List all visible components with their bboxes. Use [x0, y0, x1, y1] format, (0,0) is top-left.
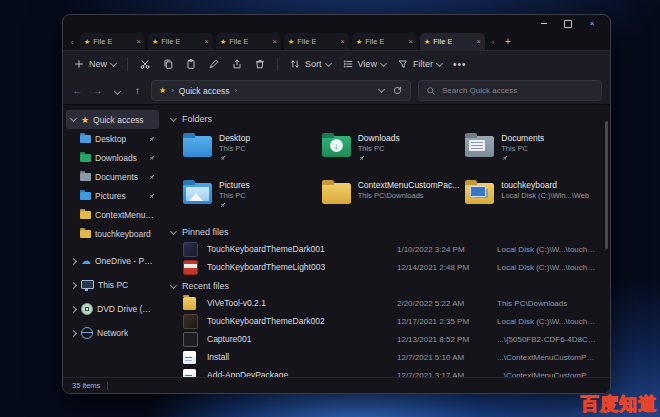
sidebar-label: DVD Drive (D:) CCCD [97, 304, 156, 314]
folder-tile-contextmenucustompac[interactable]: ContextMenuCustomPac... This PC\Download… [322, 176, 460, 221]
history-dropdown-button[interactable] [111, 86, 124, 96]
quick-access-star-icon: ★ [356, 38, 362, 45]
file-row-install[interactable]: Install 12/7/2021 5:10 AM ...\ContextMen… [183, 348, 598, 366]
tab-bar: ‹ ★ File E × ★ File E × ★ File E × ★ Fil… [63, 30, 610, 50]
copy-button[interactable] [162, 58, 174, 70]
sidebar-label: OneDrive - Personal [95, 256, 156, 266]
chevron-down-icon [380, 59, 387, 66]
filter-label: Filter [413, 60, 433, 69]
tab-close-icon[interactable]: × [341, 38, 345, 46]
tab-close-icon[interactable]: × [205, 38, 209, 46]
tile-name: Downloads [358, 133, 400, 143]
tab-scroll-right-button[interactable]: › [488, 38, 498, 50]
sidebar-item-pictures[interactable]: Pictures [66, 186, 159, 205]
copy-icon [162, 58, 174, 70]
folder-tile-desktop[interactable]: Desktop This PC [183, 129, 316, 174]
address-dropdown-icon[interactable] [378, 86, 385, 93]
filter-button[interactable]: Filter [397, 58, 442, 70]
minimize-button[interactable] [532, 18, 556, 29]
minimize-icon [541, 23, 547, 24]
vertical-scrollbar[interactable] [605, 121, 608, 249]
sidebar-item-onedrive[interactable]: ☁ OneDrive - Personal [66, 249, 159, 273]
up-button[interactable]: ↑ [131, 86, 144, 96]
chevron-down-icon [324, 59, 331, 66]
new-tab-button[interactable]: + [501, 36, 515, 50]
delete-button[interactable] [254, 58, 266, 70]
view-button[interactable]: View [342, 58, 386, 70]
tab-close-icon[interactable]: × [409, 38, 413, 46]
close-button[interactable]: × [580, 18, 604, 29]
new-button[interactable]: New [73, 58, 116, 70]
maximize-button[interactable] [556, 18, 580, 29]
sidebar-item-quick-access[interactable]: ★ Quick access [66, 110, 159, 129]
sidebar-item-contextmenucust[interactable]: ContextMenuCust... [66, 205, 159, 224]
chevron-down-icon [114, 87, 121, 94]
tab-6-active[interactable]: ★ File E × [420, 33, 485, 50]
folder-icon [80, 230, 91, 238]
file-path: ...\{5050FB2-CDF6-4D8C-A0B1-1... [497, 335, 598, 344]
search-box[interactable] [418, 80, 602, 101]
item-count: 35 items [72, 381, 100, 390]
sidebar-item-dvd-drive[interactable]: DVD Drive (D:) CCCD [66, 297, 159, 321]
tab-label: File E [365, 37, 384, 46]
tab-3[interactable]: ★ File E × [216, 33, 281, 50]
forward-button[interactable]: → [91, 86, 104, 96]
folder-with-files-icon [465, 183, 494, 204]
tab-scroll-left-button[interactable]: ‹ [67, 38, 77, 50]
baidu-zhidao-watermark: 百度知道 [581, 392, 657, 416]
search-input[interactable] [440, 85, 594, 96]
folder-tile-documents[interactable]: Documents This PC [465, 129, 598, 174]
folder-tile-pictures[interactable]: Pictures This PC [183, 176, 316, 221]
folder-tile-downloads[interactable]: Downloads This PC [322, 129, 460, 174]
rename-button[interactable] [208, 58, 220, 70]
chevron-right-icon [69, 257, 76, 264]
chevron-down-icon [170, 227, 177, 234]
sidebar-item-desktop[interactable]: Desktop [66, 129, 159, 148]
file-row-add-appdevpackage[interactable]: Add-AppDevPackage 12/7/2021 3:17 AM ...\… [183, 366, 598, 377]
pinned-files-section-header[interactable]: Pinned files [171, 224, 598, 240]
documents-folder-icon [465, 136, 494, 157]
cut-button[interactable] [139, 58, 151, 70]
tab-1[interactable]: ★ File E × [80, 33, 145, 50]
toolbar-separator [277, 58, 278, 71]
address-bar[interactable]: ★ › Quick access › [151, 80, 411, 101]
file-row-touchkeyboardthemedark001[interactable]: TouchKeyboardThemeDark001 1/10/2022 3:24… [183, 240, 598, 258]
quick-access-star-icon: ★ [81, 115, 89, 125]
tab-close-icon[interactable]: × [273, 38, 277, 46]
sort-button[interactable]: Sort [289, 58, 331, 70]
sidebar-item-touchkeyboard[interactable]: touchkeyboard [66, 224, 159, 243]
refresh-icon[interactable] [392, 85, 403, 96]
sidebar-item-documents[interactable]: Documents [66, 167, 159, 186]
tile-location: This PC [358, 144, 400, 153]
file-row-capture001[interactable]: Capture001 12/13/2021 8:52 PM ...\{5050F… [183, 330, 598, 348]
network-globe-icon [81, 327, 93, 339]
back-button[interactable]: ← [71, 86, 84, 96]
file-row-touchkeyboardthemelight003[interactable]: TouchKeyboardThemeLight003 12/14/2021 2:… [183, 258, 598, 276]
image-file-icon [183, 314, 198, 329]
tile-location: Local Disk (C:)\Win...\Web [501, 191, 589, 200]
sidebar-item-network[interactable]: Network [66, 321, 159, 345]
more-options-button[interactable]: ••• [453, 59, 467, 70]
paste-button[interactable] [185, 58, 197, 70]
folders-section-header[interactable]: Folders [171, 111, 598, 127]
share-button[interactable] [231, 58, 243, 70]
file-row-vivetool[interactable]: ViVeTool-v0.2.1 2/20/2022 5:22 AM This P… [183, 294, 598, 312]
breadcrumb-quick-access[interactable]: Quick access [179, 86, 230, 96]
tab-5[interactable]: ★ File E × [352, 33, 417, 50]
tab-close-icon[interactable]: × [137, 38, 141, 46]
scissors-icon [139, 58, 151, 70]
folder-tile-touchkeyboard[interactable]: touchkeyboard Local Disk (C:)\Win...\Web [465, 176, 598, 221]
recent-files-section-header[interactable]: Recent files [171, 278, 598, 294]
tab-2[interactable]: ★ File E × [148, 33, 213, 50]
quick-access-star-icon: ★ [152, 38, 158, 45]
tile-location: This PC [219, 144, 250, 153]
sidebar-label: Network [97, 328, 128, 338]
pin-icon [148, 173, 156, 181]
tab-4[interactable]: ★ File E × [284, 33, 349, 50]
sidebar-item-this-pc[interactable]: This PC [66, 273, 159, 297]
file-row-touchkeyboardthemedark002[interactable]: TouchKeyboardThemeDark002 12/17/2021 2:3… [183, 312, 598, 330]
tab-close-icon[interactable]: × [477, 38, 481, 46]
pin-icon [358, 154, 366, 162]
sidebar-item-downloads[interactable]: Downloads [66, 148, 159, 167]
tile-location: This PC [219, 191, 250, 200]
